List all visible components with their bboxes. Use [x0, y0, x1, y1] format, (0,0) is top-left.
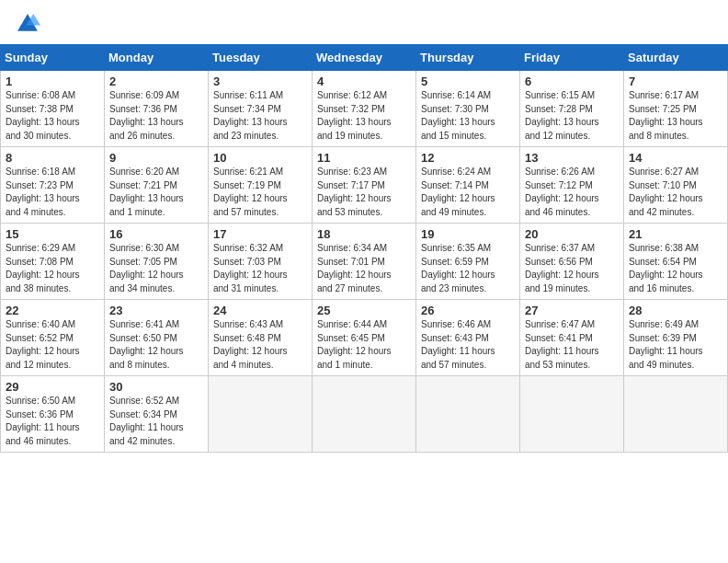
day-info: Sunrise: 6:26 AMSunset: 7:12 PMDaylight:…	[525, 166, 619, 219]
calendar-cell: 14Sunrise: 6:27 AMSunset: 7:10 PMDayligh…	[624, 147, 728, 224]
weekday-header: Thursday	[416, 45, 520, 71]
calendar-cell: 20Sunrise: 6:37 AMSunset: 6:56 PMDayligh…	[520, 224, 624, 300]
calendar-cell: 21Sunrise: 6:38 AMSunset: 6:54 PMDayligh…	[624, 224, 728, 300]
day-info: Sunrise: 6:08 AMSunset: 7:38 PMDaylight:…	[6, 89, 99, 143]
day-info: Sunrise: 6:15 AMSunset: 7:28 PMDaylight:…	[525, 89, 619, 143]
day-info: Sunrise: 6:17 AMSunset: 7:25 PMDaylight:…	[629, 89, 722, 143]
calendar-cell: 26Sunrise: 6:46 AMSunset: 6:43 PMDayligh…	[416, 300, 520, 376]
day-number: 1	[6, 75, 99, 88]
day-info: Sunrise: 6:37 AMSunset: 6:56 PMDaylight:…	[525, 242, 619, 295]
day-info: Sunrise: 6:09 AMSunset: 7:36 PMDaylight:…	[109, 89, 203, 143]
day-number: 17	[213, 227, 307, 241]
calendar-cell: 6Sunrise: 6:15 AMSunset: 7:28 PMDaylight…	[520, 71, 624, 147]
calendar-cell: 4Sunrise: 6:12 AMSunset: 7:32 PMDaylight…	[313, 71, 416, 147]
day-number: 30	[109, 380, 203, 394]
day-info: Sunrise: 6:41 AMSunset: 6:50 PMDaylight:…	[109, 318, 203, 372]
calendar-cell: 19Sunrise: 6:35 AMSunset: 6:59 PMDayligh…	[416, 224, 520, 300]
weekday-header: Monday	[105, 45, 209, 71]
day-number: 12	[421, 151, 515, 165]
calendar-cell: 27Sunrise: 6:47 AMSunset: 6:41 PMDayligh…	[520, 300, 624, 376]
calendar-cell	[520, 376, 624, 453]
page-header	[0, 0, 728, 40]
calendar-cell: 16Sunrise: 6:30 AMSunset: 7:05 PMDayligh…	[105, 224, 209, 300]
day-number: 5	[421, 75, 515, 88]
day-number: 14	[629, 151, 722, 165]
day-info: Sunrise: 6:40 AMSunset: 6:52 PMDaylight:…	[6, 318, 99, 372]
day-info: Sunrise: 6:24 AMSunset: 7:14 PMDaylight:…	[421, 166, 515, 219]
day-number: 2	[109, 75, 203, 88]
day-info: Sunrise: 6:18 AMSunset: 7:23 PMDaylight:…	[6, 166, 99, 219]
day-number: 28	[629, 304, 722, 317]
calendar-cell: 29Sunrise: 6:50 AMSunset: 6:36 PMDayligh…	[1, 376, 105, 453]
calendar-cell	[209, 376, 313, 453]
calendar-cell: 30Sunrise: 6:52 AMSunset: 6:34 PMDayligh…	[105, 376, 209, 453]
day-number: 16	[109, 227, 203, 241]
calendar-table: SundayMondayTuesdayWednesdayThursdayFrid…	[0, 44, 728, 453]
calendar-week-row: 8Sunrise: 6:18 AMSunset: 7:23 PMDaylight…	[1, 147, 728, 224]
day-info: Sunrise: 6:34 AMSunset: 7:01 PMDaylight:…	[317, 242, 411, 295]
day-number: 6	[525, 75, 619, 88]
calendar-cell: 10Sunrise: 6:21 AMSunset: 7:19 PMDayligh…	[209, 147, 313, 224]
day-number: 19	[421, 227, 515, 241]
calendar-cell	[416, 376, 520, 453]
day-number: 4	[317, 75, 411, 88]
day-info: Sunrise: 6:52 AMSunset: 6:34 PMDaylight:…	[109, 395, 203, 448]
day-info: Sunrise: 6:38 AMSunset: 6:54 PMDaylight:…	[629, 242, 722, 295]
day-number: 11	[317, 151, 411, 165]
calendar-week-row: 15Sunrise: 6:29 AMSunset: 7:08 PMDayligh…	[1, 224, 728, 300]
day-number: 13	[525, 151, 619, 165]
calendar-cell: 28Sunrise: 6:49 AMSunset: 6:39 PMDayligh…	[624, 300, 728, 376]
logo	[15, 11, 46, 37]
day-info: Sunrise: 6:44 AMSunset: 6:45 PMDaylight:…	[317, 318, 411, 372]
day-info: Sunrise: 6:11 AMSunset: 7:34 PMDaylight:…	[213, 89, 307, 143]
weekday-header: Saturday	[624, 45, 728, 71]
calendar-cell: 8Sunrise: 6:18 AMSunset: 7:23 PMDaylight…	[1, 147, 105, 224]
calendar-cell: 13Sunrise: 6:26 AMSunset: 7:12 PMDayligh…	[520, 147, 624, 224]
calendar-week-row: 29Sunrise: 6:50 AMSunset: 6:36 PMDayligh…	[1, 376, 728, 453]
logo-icon	[15, 11, 40, 37]
calendar-cell: 25Sunrise: 6:44 AMSunset: 6:45 PMDayligh…	[313, 300, 416, 376]
day-info: Sunrise: 6:20 AMSunset: 7:21 PMDaylight:…	[109, 166, 203, 219]
day-info: Sunrise: 6:21 AMSunset: 7:19 PMDaylight:…	[213, 166, 307, 219]
weekday-header: Sunday	[1, 45, 105, 71]
weekday-header: Wednesday	[313, 45, 416, 71]
day-number: 15	[6, 227, 99, 241]
calendar-cell: 3Sunrise: 6:11 AMSunset: 7:34 PMDaylight…	[209, 71, 313, 147]
day-number: 23	[109, 304, 203, 317]
day-number: 22	[6, 304, 99, 317]
day-info: Sunrise: 6:49 AMSunset: 6:39 PMDaylight:…	[629, 318, 722, 372]
weekday-header: Friday	[520, 45, 624, 71]
day-number: 27	[525, 304, 619, 317]
weekday-header: Tuesday	[209, 45, 313, 71]
calendar-cell: 18Sunrise: 6:34 AMSunset: 7:01 PMDayligh…	[313, 224, 416, 300]
calendar-cell	[624, 376, 728, 453]
day-info: Sunrise: 6:32 AMSunset: 7:03 PMDaylight:…	[213, 242, 307, 295]
calendar-header-row: SundayMondayTuesdayWednesdayThursdayFrid…	[1, 45, 728, 71]
calendar-cell: 12Sunrise: 6:24 AMSunset: 7:14 PMDayligh…	[416, 147, 520, 224]
calendar-cell	[313, 376, 416, 453]
calendar-cell: 1Sunrise: 6:08 AMSunset: 7:38 PMDaylight…	[1, 71, 105, 147]
day-number: 21	[629, 227, 722, 241]
day-info: Sunrise: 6:27 AMSunset: 7:10 PMDaylight:…	[629, 166, 722, 219]
day-info: Sunrise: 6:14 AMSunset: 7:30 PMDaylight:…	[421, 89, 515, 143]
day-info: Sunrise: 6:30 AMSunset: 7:05 PMDaylight:…	[109, 242, 203, 295]
day-number: 29	[6, 380, 99, 394]
calendar-week-row: 22Sunrise: 6:40 AMSunset: 6:52 PMDayligh…	[1, 300, 728, 376]
day-info: Sunrise: 6:29 AMSunset: 7:08 PMDaylight:…	[6, 242, 99, 295]
day-info: Sunrise: 6:23 AMSunset: 7:17 PMDaylight:…	[317, 166, 411, 219]
day-info: Sunrise: 6:12 AMSunset: 7:32 PMDaylight:…	[317, 89, 411, 143]
day-info: Sunrise: 6:47 AMSunset: 6:41 PMDaylight:…	[525, 318, 619, 372]
day-info: Sunrise: 6:43 AMSunset: 6:48 PMDaylight:…	[213, 318, 307, 372]
calendar-cell: 2Sunrise: 6:09 AMSunset: 7:36 PMDaylight…	[105, 71, 209, 147]
calendar-cell: 22Sunrise: 6:40 AMSunset: 6:52 PMDayligh…	[1, 300, 105, 376]
day-info: Sunrise: 6:35 AMSunset: 6:59 PMDaylight:…	[421, 242, 515, 295]
calendar-cell: 9Sunrise: 6:20 AMSunset: 7:21 PMDaylight…	[105, 147, 209, 224]
day-number: 7	[629, 75, 722, 88]
calendar-cell: 11Sunrise: 6:23 AMSunset: 7:17 PMDayligh…	[313, 147, 416, 224]
calendar-cell: 7Sunrise: 6:17 AMSunset: 7:25 PMDaylight…	[624, 71, 728, 147]
day-number: 3	[213, 75, 307, 88]
day-number: 26	[421, 304, 515, 317]
day-number: 9	[109, 151, 203, 165]
day-number: 25	[317, 304, 411, 317]
day-number: 8	[6, 151, 99, 165]
